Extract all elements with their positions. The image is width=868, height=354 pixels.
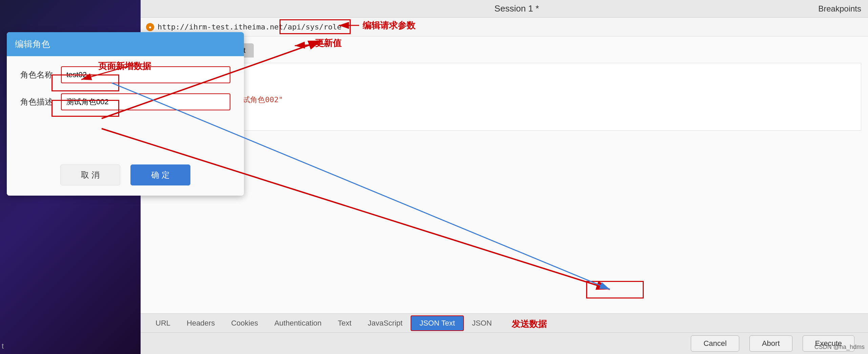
- branding: CSDN @ha_hdms: [814, 344, 865, 351]
- role-desc-row: 角色描述: [20, 93, 230, 110]
- modal-footer: 取 消 确 定: [7, 158, 244, 196]
- url-text: http://ihrm-test.itheima.net/api/sys/rol…: [158, 23, 342, 31]
- annotation-update-value: 更新值: [315, 37, 342, 49]
- cancel-button[interactable]: Cancel: [691, 335, 739, 352]
- bottom-left-char: t: [2, 342, 4, 351]
- modal-cancel-button[interactable]: 取 消: [60, 164, 120, 185]
- json-line-4: }: [154, 106, 854, 118]
- json-line-3: "description": "测试角色002": [154, 94, 854, 106]
- role-desc-input[interactable]: [61, 93, 230, 110]
- title-bar: Session 1 * Breakpoints: [141, 0, 868, 18]
- bottom-tabs: URL Headers Cookies Authentication Text …: [141, 313, 868, 332]
- tab-url[interactable]: URL: [147, 316, 179, 330]
- breakpoints-label: Breakpoints: [818, 4, 861, 14]
- tab-text[interactable]: Text: [330, 316, 359, 330]
- tab-json-text[interactable]: JSON Text: [411, 315, 464, 331]
- json-line-2: "name": "test04",: [154, 82, 854, 94]
- tab-headers[interactable]: Headers: [179, 316, 223, 330]
- url-icon: ●: [146, 23, 154, 31]
- session-title: Session 1 *: [494, 3, 539, 14]
- tab-authentication[interactable]: Authentication: [266, 316, 330, 330]
- json-content: { "name": "test04", "description": "测试角色…: [147, 63, 861, 131]
- right-panel: Session 1 * Breakpoints ● http://ihrm-te…: [141, 0, 868, 354]
- annotation-send-data: 发送数据: [512, 318, 547, 330]
- annotation-page-new-data: 页面新增数据: [98, 60, 151, 72]
- tab-cookies[interactable]: Cookies: [223, 316, 266, 330]
- role-name-label: 角色名称: [20, 69, 54, 80]
- tab-javascript[interactable]: JavaScript: [359, 316, 411, 330]
- modal-title: 编辑角色: [15, 38, 50, 50]
- role-desc-label: 角色描述: [20, 96, 54, 107]
- json-line-1: {: [154, 70, 854, 82]
- action-bar: Cancel Abort Execute: [141, 332, 868, 354]
- modal-confirm-button[interactable]: 确 定: [130, 164, 190, 185]
- main-content: Overview Edit Request { "name": "test04"…: [141, 37, 868, 354]
- annotation-edit-request: 编辑请求参数: [363, 20, 415, 31]
- modal-header: 编辑角色: [7, 32, 244, 56]
- request-area: Overview Edit Request { "name": "test04"…: [141, 37, 868, 313]
- request-tabs: Overview Edit Request: [147, 43, 861, 58]
- url-bar: ● http://ihrm-test.itheima.net/api/sys/r…: [141, 18, 868, 37]
- abort-button[interactable]: Abort: [749, 335, 792, 352]
- tab-json[interactable]: JSON: [464, 316, 500, 330]
- modal-dialog: 编辑角色 角色名称 角色描述 取 消 确 定: [7, 32, 244, 196]
